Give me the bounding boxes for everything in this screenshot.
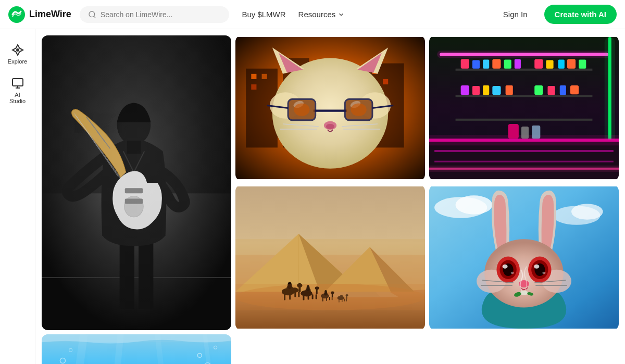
svg-rect-63 <box>456 95 593 97</box>
image-cat-sunglasses[interactable] <box>235 35 425 181</box>
chevron-down-icon <box>338 11 345 18</box>
svg-rect-79 <box>492 86 501 95</box>
svg-rect-80 <box>506 85 513 95</box>
svg-point-163 <box>520 291 528 295</box>
image-neon-store[interactable] <box>429 35 619 181</box>
nav-links: Buy $LMWR Resources <box>242 10 345 19</box>
svg-rect-76 <box>461 85 469 95</box>
svg-rect-90 <box>508 124 519 139</box>
image-shark[interactable] <box>42 334 231 364</box>
svg-rect-92 <box>532 125 540 139</box>
guitarist-image <box>42 35 231 330</box>
svg-rect-29 <box>251 74 256 79</box>
svg-rect-89 <box>434 161 614 162</box>
header: LimeWire Buy $LMWR Resources Sign In Cre… <box>0 0 625 29</box>
resources-link[interactable]: Resources <box>298 10 345 19</box>
svg-point-147 <box>571 204 603 220</box>
sidebar: Explore AI Studio <box>0 29 35 364</box>
svg-rect-142 <box>235 284 425 310</box>
svg-rect-84 <box>570 85 579 94</box>
pyramids-image <box>235 185 425 330</box>
svg-rect-65 <box>461 59 469 69</box>
logo-icon <box>8 6 25 23</box>
explore-label: Explore <box>8 58 27 65</box>
svg-rect-69 <box>504 60 511 69</box>
image-guitarist[interactable] <box>42 35 231 330</box>
image-pyramids[interactable] <box>235 185 425 330</box>
ai-studio-label: AI Studio <box>8 92 27 104</box>
svg-rect-67 <box>483 60 489 69</box>
neon-store-image <box>429 35 619 181</box>
svg-rect-94 <box>429 166 619 172</box>
search-input[interactable] <box>101 10 221 19</box>
svg-rect-62 <box>456 69 593 71</box>
svg-point-159 <box>534 265 539 269</box>
svg-rect-59 <box>437 51 611 58</box>
svg-point-1 <box>89 11 95 17</box>
sign-in-button[interactable]: Sign In <box>495 6 536 23</box>
svg-rect-64 <box>456 119 593 121</box>
logo[interactable]: LimeWire <box>8 6 71 23</box>
logo-text: LimeWire <box>29 9 71 20</box>
search-icon <box>88 10 96 19</box>
svg-rect-31 <box>251 84 256 90</box>
monitor-icon <box>11 77 24 90</box>
svg-rect-70 <box>515 59 521 69</box>
svg-rect-72 <box>546 60 553 69</box>
svg-rect-75 <box>579 60 586 69</box>
shark-image <box>42 334 231 364</box>
svg-rect-85 <box>429 140 619 179</box>
sidebar-item-explore[interactable]: Explore <box>2 40 33 69</box>
sidebar-item-ai-studio[interactable]: AI Studio <box>2 73 33 108</box>
svg-rect-33 <box>383 79 388 84</box>
svg-rect-82 <box>548 86 555 95</box>
image-rabbit[interactable] <box>429 185 619 330</box>
svg-rect-81 <box>534 85 543 95</box>
svg-rect-73 <box>558 60 565 69</box>
svg-point-155 <box>511 272 514 274</box>
svg-point-51 <box>326 124 334 129</box>
svg-point-46 <box>294 103 309 116</box>
svg-rect-30 <box>262 74 267 79</box>
svg-rect-91 <box>521 127 529 139</box>
buy-lmwr-link[interactable]: Buy $LMWR <box>242 10 285 19</box>
svg-rect-78 <box>483 85 489 95</box>
svg-rect-66 <box>472 60 480 69</box>
search-bar[interactable] <box>80 6 230 23</box>
svg-rect-68 <box>492 59 501 69</box>
svg-rect-4 <box>12 79 23 86</box>
svg-rect-88 <box>434 150 614 152</box>
cat-sunglasses-image <box>235 35 425 181</box>
svg-point-47 <box>351 103 366 116</box>
svg-rect-77 <box>472 86 480 95</box>
svg-rect-71 <box>534 59 543 69</box>
rabbit-image <box>429 185 619 330</box>
compass-icon <box>11 44 24 56</box>
svg-point-145 <box>456 195 493 214</box>
svg-point-160 <box>542 272 545 274</box>
main-layout: Explore AI Studio <box>0 29 625 364</box>
svg-rect-74 <box>567 59 576 69</box>
image-grid <box>42 35 619 364</box>
svg-point-154 <box>503 265 508 269</box>
svg-rect-24 <box>42 35 231 330</box>
svg-line-2 <box>94 16 95 18</box>
svg-rect-83 <box>560 85 566 95</box>
svg-point-3 <box>17 49 19 51</box>
create-with-ai-button[interactable]: Create with AI <box>544 5 617 24</box>
content-area <box>35 29 625 364</box>
